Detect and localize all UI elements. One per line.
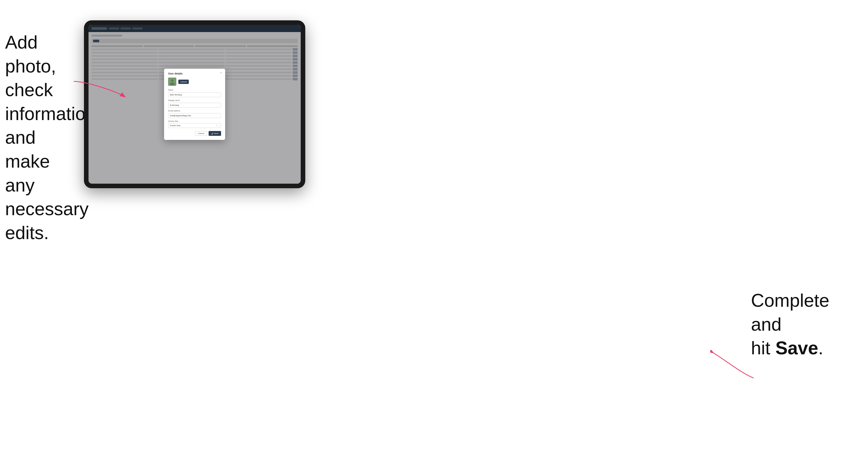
tablet-screen: User details × Upload	[89, 25, 301, 184]
user-photo-thumb	[168, 77, 176, 86]
save-icon	[211, 132, 213, 134]
save-button-label: Save	[214, 132, 219, 134]
annotation-right: Complete and hit Save.	[751, 289, 848, 360]
school-year-select-wrapper: × ⌄	[168, 123, 221, 128]
annotation-right-line2: hit	[751, 338, 775, 358]
school-year-input[interactable]	[168, 123, 221, 128]
display-name-input[interactable]	[168, 103, 221, 107]
school-year-field-group: School Year × ⌄	[168, 120, 221, 128]
arrow-right	[710, 350, 756, 380]
modal-overlay: User details × Upload	[89, 25, 301, 184]
save-button[interactable]: Save	[209, 131, 221, 136]
cancel-button[interactable]: Cancel	[195, 131, 207, 136]
chevron-down-icon[interactable]: ⌄	[219, 125, 220, 127]
display-name-label: Display name	[168, 99, 221, 101]
tablet-device: User details × Upload	[84, 20, 305, 188]
email-field-group: Email address	[168, 110, 221, 118]
name-input[interactable]	[168, 92, 221, 97]
annotation-left: Add photo, check information and make an…	[5, 31, 76, 245]
display-name-field-group: Display name	[168, 99, 221, 107]
upload-photo-button[interactable]: Upload	[178, 80, 189, 84]
person-silhouette-icon	[169, 78, 176, 85]
select-clear-icon[interactable]: ×	[216, 124, 218, 127]
close-icon[interactable]: ×	[220, 71, 223, 74]
school-year-label: School Year	[168, 120, 221, 122]
svg-point-1	[171, 80, 174, 82]
annotation-right-line1: Complete and	[751, 290, 829, 335]
dialog-title: User details	[168, 72, 221, 75]
email-input[interactable]	[168, 113, 221, 118]
user-details-dialog: User details × Upload	[164, 69, 225, 140]
name-label: Name	[168, 89, 221, 91]
annotation-right-bold: Save	[775, 338, 818, 358]
annotation-right-end: .	[818, 338, 823, 358]
photo-section: Upload	[168, 77, 221, 86]
dialog-footer: Cancel Save	[168, 131, 221, 136]
email-label: Email address	[168, 110, 221, 112]
name-field-group: Name	[168, 89, 221, 97]
